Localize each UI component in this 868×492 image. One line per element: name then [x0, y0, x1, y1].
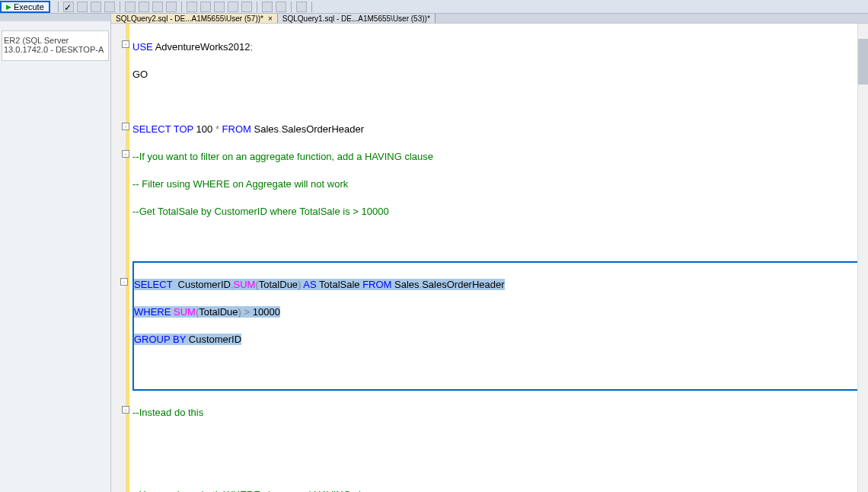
- collapse-icon[interactable]: -: [122, 40, 129, 48]
- toolbar-icon[interactable]: [139, 2, 149, 12]
- toolbar-icon[interactable]: [91, 2, 101, 12]
- sidebar-header: [0, 14, 110, 21]
- toolbar-icon[interactable]: ✓: [63, 2, 74, 12]
- toolbar-icon[interactable]: [241, 2, 252, 12]
- collapse-icon[interactable]: -: [122, 406, 129, 414]
- execute-label: Execute: [14, 2, 44, 11]
- document-tabs: SQLQuery2.sql - DE...A1M5655\User (57))*…: [111, 14, 868, 23]
- object-explorer: ER2 (SQL Server 13.0.1742.0 - DESKTOP-A: [0, 14, 111, 492]
- toolbar-icon[interactable]: [125, 2, 136, 12]
- toolbar-icon[interactable]: [104, 2, 115, 12]
- sql-editor[interactable]: -USE AdventureWorks2012; GO -SELECT TOP …: [111, 23, 868, 492]
- toolbar-icon[interactable]: [296, 2, 307, 12]
- close-icon[interactable]: ×: [268, 14, 273, 23]
- toolbar-icon[interactable]: [200, 2, 211, 12]
- toolbar-icon[interactable]: [166, 2, 177, 12]
- editor-margin: [111, 24, 126, 492]
- toolbar-icon[interactable]: [77, 2, 88, 12]
- toolbar-icon[interactable]: [262, 2, 273, 12]
- tab-label: SQLQuery1.sql - DE...A1M5655\User (53))*: [282, 14, 430, 23]
- play-icon: ▶: [6, 3, 11, 11]
- server-label: ER2 (SQL Server 13.0.1742.0 - DESKTOP-A: [4, 36, 104, 54]
- selected-query-box: -SELECT CustomerID,SUM(TotalDue) AS Tota…: [132, 261, 868, 391]
- toolbar-icon[interactable]: [228, 2, 238, 12]
- toolbar-icon[interactable]: [276, 2, 286, 12]
- top-toolbar: ▶ Execute ✓: [0, 0, 868, 14]
- tab-label: SQLQuery2.sql - DE...A1M5655\User (57))*: [116, 14, 263, 23]
- collapse-icon[interactable]: -: [122, 123, 129, 130]
- execute-button[interactable]: ▶ Execute: [0, 1, 50, 13]
- editor-scrollbar[interactable]: [857, 24, 868, 492]
- tab-query-active[interactable]: SQLQuery2.sql - DE...A1M5655\User (57))*…: [111, 14, 278, 23]
- collapse-icon[interactable]: -: [120, 278, 128, 286]
- toolbar-icon[interactable]: [187, 2, 197, 12]
- collapse-icon[interactable]: -: [122, 150, 129, 158]
- code-content[interactable]: -USE AdventureWorks2012; GO -SELECT TOP …: [129, 24, 868, 492]
- server-node[interactable]: ER2 (SQL Server 13.0.1742.0 - DESKTOP-A: [2, 30, 109, 61]
- toolbar-icons: ✓: [56, 2, 314, 12]
- toolbar-icon[interactable]: [214, 2, 225, 12]
- toolbar-icon[interactable]: [152, 2, 163, 12]
- tab-query-inactive[interactable]: SQLQuery1.sql - DE...A1M5655\User (53))*: [278, 14, 436, 23]
